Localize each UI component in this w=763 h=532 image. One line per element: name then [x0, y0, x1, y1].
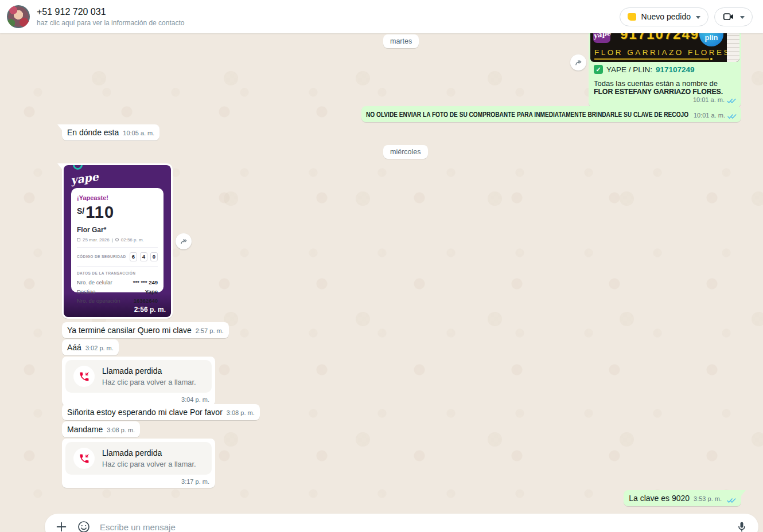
message-input[interactable]: [100, 522, 726, 532]
banner-underline-dot: [710, 58, 713, 60]
receipt-title: ¡Yapeaste!: [77, 194, 158, 201]
message-time: 2:57 p. m.: [196, 328, 224, 335]
missed-call-icon: [73, 366, 95, 387]
date-chip-tuesday: martes: [383, 34, 419, 48]
calendar-icon: [77, 238, 80, 241]
new-order-button[interactable]: Nuevo pedido: [620, 7, 708, 26]
forward-arrow-icon: [574, 58, 583, 68]
message-time: 3:08 p. m.: [227, 410, 255, 417]
whatsapp-chat-screen: +51 912 720 031 haz clic aquí para ver l…: [0, 0, 763, 532]
message-text: Ya terminé cansilar Quero mi clave: [67, 326, 192, 335]
separator: |: [112, 237, 113, 242]
banner-holder-name: FLOR GARRIAZO FLORES: [594, 48, 731, 57]
caption-label: YAPE / PLIN:: [606, 65, 652, 74]
caption-phone-link[interactable]: 917107249: [656, 65, 695, 74]
message-text: La clave es 9020: [629, 494, 690, 503]
caption-line3: FLOR ESTEFANY GARRIAZO FLORES.: [594, 88, 736, 96]
incoming-message: En dónde esta 10:05 a. m.: [62, 124, 159, 140]
message-time: 3:02 p. m.: [85, 345, 114, 352]
missed-call-title: Llamada perdida: [102, 366, 196, 375]
yape-brand-logo: yape: [70, 170, 99, 187]
banner-product-list: [727, 33, 739, 62]
message-time: 2:56 p. m.: [134, 306, 166, 314]
message-time: 3:04 p. m.: [65, 393, 212, 404]
contact-avatar[interactable]: [7, 5, 30, 28]
receipt-date-row: 25 mar. 2026 | 02:56 p. m.: [77, 237, 158, 242]
forward-message-button[interactable]: [570, 54, 586, 71]
banner-phone-number: 917107249: [620, 33, 699, 42]
message-composer: [45, 514, 758, 532]
yape-swoosh-icon: [73, 165, 83, 170]
missed-call-message[interactable]: Llamada perdida Haz clic para volver a l…: [62, 357, 215, 406]
yape-receipt-image[interactable]: yape ¡Yapeaste! S/ 110 Flor Gar* 25 mar.…: [64, 165, 171, 317]
new-order-label: Nuevo pedido: [641, 12, 691, 21]
message-time: 10:01 a. m.: [693, 97, 725, 104]
attach-plus-icon[interactable]: [55, 521, 68, 532]
message-text: Aáá: [67, 343, 81, 352]
microphone-icon[interactable]: [735, 521, 748, 532]
message-time: 10:01 a. m.: [694, 112, 725, 119]
message-time: 3:17 p. m.: [65, 475, 212, 486]
outgoing-reminder-message: NO OLVIDE ENVIAR LA FOTO DE SU COMPROBAN…: [361, 106, 741, 122]
green-check-icon: ✓: [594, 65, 603, 74]
yape-plin-banner-image[interactable]: yape 917107249 plin FLOR GARRIAZO FLORES: [590, 33, 739, 62]
incoming-message: Mandame 3:08 p. m.: [62, 421, 140, 437]
emoji-icon[interactable]: [77, 520, 91, 532]
message-list[interactable]: martes yape 917107249 plin FLOR GARRIAZO…: [0, 33, 763, 532]
message-text: En dónde esta: [67, 128, 119, 137]
security-code-row: CÓDIGO DE SEGURIDAD 6 4 0: [77, 252, 158, 261]
message-time: 3:08 p. m.: [107, 427, 135, 434]
contact-subtitle: haz clic aquí para ver la información de…: [37, 19, 184, 27]
order-tag-icon: [628, 13, 636, 21]
caption-line2: Todas las cuentas están a nombre de: [594, 79, 736, 88]
contact-info[interactable]: +51 912 720 031 haz clic aquí para ver l…: [37, 7, 184, 27]
chevron-down-icon: [740, 16, 745, 19]
receipt-pay-time: 02:56 p. m.: [121, 237, 144, 242]
banner-underline: [594, 58, 709, 60]
transaction-data-label: DATOS DE LA TRANSACCIÓN: [77, 271, 158, 275]
read-receipt-icon: [727, 98, 736, 104]
receipt-amount: S/ 110: [77, 205, 158, 221]
missed-call-box[interactable]: Llamada perdida Haz clic para volver a l…: [65, 360, 212, 393]
chevron-down-icon: [696, 16, 700, 19]
missed-call-title: Llamada perdida: [102, 448, 196, 457]
missed-call-message[interactable]: Llamada perdida Haz clic para volver a l…: [62, 439, 215, 488]
forward-message-button[interactable]: [176, 233, 192, 249]
message-time: 10:05 a. m.: [123, 130, 154, 137]
contact-phone-title: +51 912 720 031: [37, 7, 184, 17]
reminder-text: NO OLVIDE ENVIAR LA FOTO DE SU COMPROBAN…: [366, 110, 688, 119]
receipt-date: 25 mar. 2026: [83, 237, 110, 242]
video-camera-icon: [722, 10, 735, 23]
amount-value: 110: [85, 205, 114, 221]
outgoing-message: La clave es 9020 3:53 p. m.: [624, 490, 741, 506]
forward-arrow-icon: [179, 237, 189, 247]
missed-call-subtitle: Haz clic para volver a llamar.: [102, 378, 196, 386]
incoming-message: Aáá 3:02 p. m.: [62, 339, 119, 355]
plin-logo: plin: [699, 33, 723, 46]
missed-call-subtitle: Haz clic para volver a llamar.: [102, 460, 196, 468]
video-call-button[interactable]: [714, 7, 753, 26]
security-code-label: CÓDIGO DE SEGURIDAD: [77, 255, 126, 259]
read-receipt-icon: [727, 114, 737, 119]
incoming-receipt-image-message[interactable]: yape ¡Yapeaste! S/ 110 Flor Gar* 25 mar.…: [62, 163, 173, 319]
security-code-digits: 6 4 0: [130, 252, 158, 261]
outgoing-banner-message[interactable]: yape 917107249 plin FLOR GARRIAZO FLORES…: [589, 33, 741, 107]
message-text: Siñorita estoy esperando mi clave Por fa…: [67, 408, 223, 417]
message-time: 3:53 p. m.: [694, 496, 722, 503]
currency-symbol: S/: [77, 206, 84, 216]
receipt-payee: Flor Gar*: [77, 226, 158, 234]
incoming-message: Ya terminé cansilar Quero mi clave 2:57 …: [62, 322, 229, 338]
banner-caption: ✓ YAPE / PLIN: 917107249 Todas las cuent…: [590, 65, 739, 104]
incoming-message: Siñorita estoy esperando mi clave Por fa…: [62, 404, 260, 420]
header-actions: Nuevo pedido: [620, 7, 753, 26]
missed-call-box[interactable]: Llamada perdida Haz clic para volver a l…: [65, 442, 212, 475]
date-chip-wednesday: miércoles: [383, 145, 428, 159]
chat-header: +51 912 720 031 haz clic aquí para ver l…: [0, 0, 763, 33]
yape-logo: yape: [593, 33, 610, 43]
message-text: Mandame: [67, 425, 103, 434]
read-receipt-icon: [727, 498, 736, 503]
missed-call-icon: [73, 448, 95, 469]
clock-icon: [115, 238, 119, 241]
receipt-card: ¡Yapeaste! S/ 110 Flor Gar* 25 mar. 2026…: [71, 188, 164, 292]
